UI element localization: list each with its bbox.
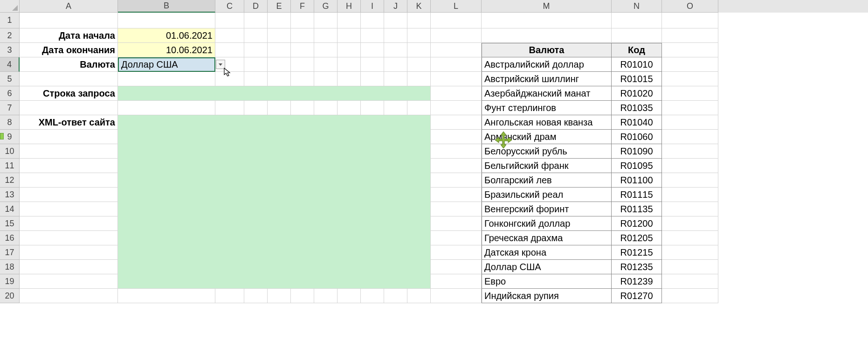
cell-A5[interactable] [20,72,118,86]
cell-B3[interactable]: 10.06.2021 [118,43,215,57]
cell-H14[interactable] [338,202,361,216]
cell-M10[interactable]: Белорусский рубль [482,144,612,159]
cell-G11[interactable] [314,159,338,173]
col-head-A[interactable]: A [20,0,118,13]
cell-M2[interactable] [482,28,612,43]
cell-E5[interactable] [268,72,291,86]
cell-O8[interactable] [662,115,718,130]
cell-B20[interactable] [118,289,215,303]
col-head-L[interactable]: L [431,0,482,13]
cell-L18[interactable] [431,260,482,274]
cell-K2[interactable] [407,28,431,43]
cell-K5[interactable] [407,72,431,86]
cell-C16[interactable] [215,231,244,245]
cell-O12[interactable] [662,173,718,188]
col-head-B[interactable]: B [118,0,215,13]
cell-K14[interactable] [407,202,431,216]
cell-C5[interactable] [215,72,244,86]
cell-N13[interactable]: R01115 [612,188,662,202]
cell-C17[interactable] [215,245,244,260]
cell-C15[interactable] [215,216,244,231]
cell-G13[interactable] [314,188,338,202]
cell-G14[interactable] [314,202,338,216]
cell-D18[interactable] [244,260,268,274]
cell-K9[interactable] [407,130,431,144]
row-head-10[interactable]: 10 [0,144,20,159]
cell-O16[interactable] [662,231,718,245]
cell-J7[interactable] [384,101,407,115]
cell-J1[interactable] [384,13,407,28]
row-head-4[interactable]: 4 [0,57,20,72]
cell-K19[interactable] [407,274,431,289]
cell-F7[interactable] [291,101,314,115]
cell-G8[interactable] [314,115,338,130]
cell-G1[interactable] [314,13,338,28]
cell-G3[interactable] [314,43,338,57]
cell-L6[interactable] [431,86,482,101]
cell-A12[interactable] [20,173,118,188]
row-head-11[interactable]: 11 [0,159,20,173]
cell-B6[interactable] [118,86,215,101]
cell-F4[interactable] [291,57,314,72]
cell-L16[interactable] [431,231,482,245]
cell-B4[interactable]: Доллар США [118,57,215,72]
cell-C20[interactable] [215,289,244,303]
cell-G19[interactable] [314,274,338,289]
cell-E4[interactable] [268,57,291,72]
cell-E20[interactable] [268,289,291,303]
cell-E7[interactable] [268,101,291,115]
cell-A11[interactable] [20,159,118,173]
cell-F12[interactable] [291,173,314,188]
cell-A1[interactable] [20,13,118,28]
cell-F9[interactable] [291,130,314,144]
col-head-O[interactable]: O [662,0,718,13]
cell-D17[interactable] [244,245,268,260]
col-head-M[interactable]: M [482,0,612,13]
cell-H6[interactable] [338,86,361,101]
cell-D4[interactable] [244,57,268,72]
cell-C3[interactable] [215,43,244,57]
cell-N9[interactable]: R01060 [612,130,662,144]
cell-E11[interactable] [268,159,291,173]
cell-C2[interactable] [215,28,244,43]
cell-I8[interactable] [361,115,384,130]
cell-I10[interactable] [361,144,384,159]
cell-B8[interactable] [118,115,215,130]
cell-L4[interactable] [431,57,482,72]
cell-I15[interactable] [361,216,384,231]
cell-H12[interactable] [338,173,361,188]
cell-C6[interactable] [215,86,244,101]
cell-O19[interactable] [662,274,718,289]
cell-C19[interactable] [215,274,244,289]
cell-I6[interactable] [361,86,384,101]
cell-M7[interactable]: Фунт стерлингов [482,101,612,115]
cell-C11[interactable] [215,159,244,173]
cell-D2[interactable] [244,28,268,43]
cell-O3[interactable] [662,43,718,57]
row-head-20[interactable]: 20 [0,289,20,303]
cell-B17[interactable] [118,245,215,260]
cell-M13[interactable]: Бразильский реал [482,188,612,202]
cell-D12[interactable] [244,173,268,188]
cell-F16[interactable] [291,231,314,245]
cell-I20[interactable] [361,289,384,303]
cell-G10[interactable] [314,144,338,159]
cell-N10[interactable]: R01090 [612,144,662,159]
cell-J4[interactable] [384,57,407,72]
cell-O20[interactable] [662,289,718,303]
cell-E15[interactable] [268,216,291,231]
cell-E16[interactable] [268,231,291,245]
cell-I3[interactable] [361,43,384,57]
col-head-J[interactable]: J [384,0,407,13]
cell-A13[interactable] [20,188,118,202]
cell-F17[interactable] [291,245,314,260]
cell-M5[interactable]: Австрийский шиллинг [482,72,612,86]
col-head-G[interactable]: G [314,0,338,13]
cell-A2[interactable]: Дата начала [20,28,118,43]
cell-H11[interactable] [338,159,361,173]
cell-F15[interactable] [291,216,314,231]
cell-L19[interactable] [431,274,482,289]
cell-B14[interactable] [118,202,215,216]
cell-N16[interactable]: R01205 [612,231,662,245]
cell-K15[interactable] [407,216,431,231]
